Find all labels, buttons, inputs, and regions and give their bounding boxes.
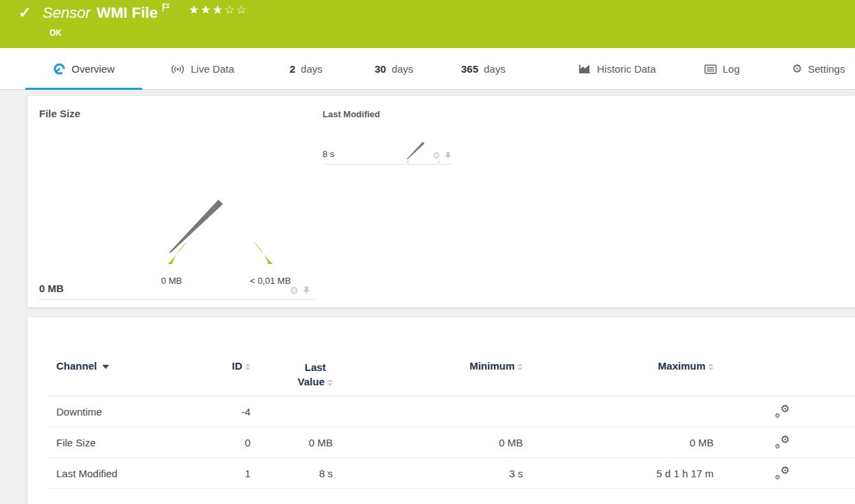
column-header-minimum[interactable]: Minimum bbox=[336, 360, 526, 372]
gauges-panel: File Size 0 MB < 0,01 MB 0 MB ⚙ Last Mod… bbox=[27, 96, 855, 307]
tab-live-data[interactable]: Live Data bbox=[170, 48, 234, 90]
gauge-settings-gear-icon[interactable]: ⚙ bbox=[290, 285, 298, 296]
file-size-gauge bbox=[138, 123, 303, 264]
table-row[interactable]: Downtime -4 ⚙⚙ bbox=[48, 396, 855, 427]
gauge-icon bbox=[53, 62, 66, 75]
stars-filled: ★★★ bbox=[189, 3, 224, 16]
table-row[interactable]: File Size 0 0 MB 0 MB 0 MB ⚙⚙ bbox=[48, 427, 855, 458]
sensor-status-band: ✓ Sensor WMI File ★★★☆☆ OK bbox=[0, 0, 855, 48]
sort-icon bbox=[708, 363, 714, 370]
tab-label: days bbox=[484, 63, 506, 75]
gauge-settings-gear-icon[interactable]: ⚙ bbox=[432, 151, 441, 160]
channel-minimum: 3 s bbox=[336, 468, 526, 479]
tab-number: 30 bbox=[375, 63, 386, 75]
channels-table: Channel ID Last Value Minimum Maximum Do… bbox=[48, 317, 855, 489]
pin-icon[interactable] bbox=[303, 286, 310, 295]
sort-caret-down-icon bbox=[102, 365, 109, 369]
file-size-current-value: 0 MB bbox=[39, 283, 64, 294]
flag-icon[interactable] bbox=[161, 3, 171, 15]
stars-empty: ☆☆ bbox=[224, 3, 248, 16]
last-modified-tools: ⚙ bbox=[432, 151, 452, 160]
column-header-maximum[interactable]: Maximum bbox=[526, 360, 716, 372]
last-modified-current-value: 8 s bbox=[323, 149, 334, 159]
last-modified-title: Last Modified bbox=[323, 109, 380, 119]
tab-label: days bbox=[392, 63, 414, 75]
status-text: OK bbox=[49, 28, 62, 38]
pin-icon[interactable] bbox=[445, 152, 452, 160]
channel-name[interactable]: Downtime bbox=[48, 406, 218, 418]
channel-settings-gears-icon[interactable]: ⚙⚙ bbox=[775, 466, 790, 479]
channel-id: -4 bbox=[218, 406, 255, 418]
tab-2-days[interactable]: 2 days bbox=[290, 48, 323, 90]
channel-name[interactable]: File Size bbox=[48, 437, 218, 448]
channel-id: 1 bbox=[218, 468, 255, 479]
log-icon bbox=[704, 64, 717, 75]
tab-bar: Overview Live Data 2 days 30 days 365 da… bbox=[0, 48, 855, 90]
tab-label: Live Data bbox=[191, 63, 234, 75]
sensor-name: WMI File bbox=[97, 4, 158, 22]
tab-number: 365 bbox=[461, 63, 478, 75]
sensor-kind-label: Sensor bbox=[43, 4, 91, 22]
sensor-title-row: Sensor WMI File ★★★☆☆ bbox=[43, 4, 248, 22]
channel-name[interactable]: Last Modified bbox=[48, 468, 218, 479]
column-header-last-value[interactable]: Last Value bbox=[255, 360, 336, 389]
tab-label: Historic Data bbox=[597, 63, 656, 75]
tab-label: days bbox=[301, 63, 323, 75]
tab-30-days[interactable]: 30 days bbox=[375, 48, 413, 90]
channel-last-value: 0 MB bbox=[255, 437, 336, 448]
tab-overview[interactable]: Overview bbox=[25, 48, 142, 90]
channel-id: 0 bbox=[218, 437, 255, 448]
gauge-min-label: 0 MB bbox=[137, 276, 206, 286]
tab-historic-data[interactable]: Historic Data bbox=[578, 48, 656, 90]
channel-maximum: 0 MB bbox=[526, 437, 716, 448]
tab-label: Overview bbox=[71, 63, 115, 75]
tab-label: Log bbox=[723, 63, 740, 75]
sort-icon bbox=[327, 379, 333, 386]
channels-panel: Channel ID Last Value Minimum Maximum Do… bbox=[27, 317, 855, 504]
divider bbox=[323, 164, 452, 165]
column-header-id[interactable]: ID bbox=[218, 360, 255, 372]
gear-icon: ⚙ bbox=[792, 63, 802, 75]
tab-label: Settings bbox=[808, 63, 845, 75]
file-size-title: File Size bbox=[39, 108, 80, 119]
status-check-icon: ✓ bbox=[19, 4, 31, 22]
divider bbox=[39, 299, 315, 300]
priority-stars[interactable]: ★★★☆☆ bbox=[189, 3, 248, 17]
tab-log[interactable]: Log bbox=[704, 48, 740, 90]
sort-icon bbox=[517, 363, 523, 370]
gauge-max-label: < 0,01 MB bbox=[229, 276, 312, 286]
area-chart-icon bbox=[578, 63, 592, 75]
file-size-tools: ⚙ bbox=[290, 285, 310, 296]
tab-number: 2 bbox=[290, 63, 295, 75]
table-header-row: Channel ID Last Value Minimum Maximum bbox=[48, 317, 855, 396]
broadcast-icon bbox=[170, 64, 185, 75]
tab-settings[interactable]: ⚙ Settings bbox=[792, 48, 845, 90]
channel-maximum: 5 d 1 h 17 m bbox=[526, 468, 716, 479]
channel-settings-gears-icon[interactable]: ⚙⚙ bbox=[775, 435, 790, 448]
table-row[interactable]: Last Modified 1 8 s 3 s 5 d 1 h 17 m ⚙⚙ bbox=[48, 458, 855, 489]
channel-last-value: 8 s bbox=[255, 468, 336, 479]
tab-365-days[interactable]: 365 days bbox=[461, 48, 506, 90]
channel-settings-gears-icon[interactable]: ⚙⚙ bbox=[775, 404, 790, 418]
channel-minimum: 0 MB bbox=[336, 437, 526, 448]
column-header-channel[interactable]: Channel bbox=[48, 360, 218, 372]
sort-icon bbox=[245, 363, 250, 370]
